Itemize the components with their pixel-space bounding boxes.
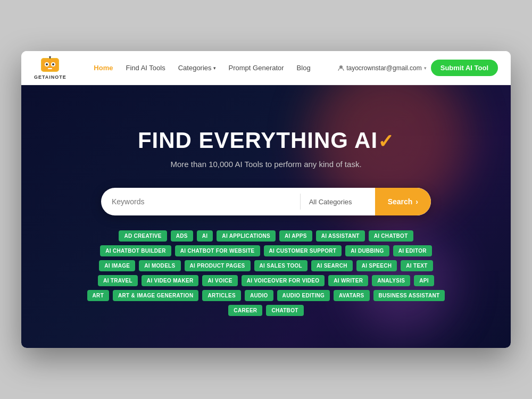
tag-item[interactable]: ADS: [171, 230, 193, 242]
tag-item[interactable]: AI PRODUCT PAGES: [185, 260, 251, 271]
tag-item[interactable]: CHATBOT: [266, 305, 303, 316]
nav-prompt-generator[interactable]: Prompt Generator: [229, 64, 284, 72]
user-chevron-icon: ▾: [424, 65, 427, 71]
tag-item[interactable]: AI TRAVEL: [98, 275, 138, 286]
search-button[interactable]: Search ›: [375, 188, 431, 215]
hero-subtitle: More than 10,000 AI Tools to perform any…: [32, 160, 500, 169]
tag-item[interactable]: API: [414, 275, 434, 286]
nav-categories[interactable]: Categories ▾: [178, 64, 216, 72]
tag-item[interactable]: AUDIO EDITING: [277, 290, 330, 301]
tag-item[interactable]: AI VOICE: [202, 275, 237, 286]
tag-item[interactable]: AI DUBBING: [345, 245, 389, 256]
user-email[interactable]: tayocrownstar@gmail.com ▾: [338, 64, 427, 72]
tag-item[interactable]: AD CREATIVE: [119, 230, 167, 242]
tag-item[interactable]: ART: [87, 290, 109, 301]
logo-text: GETAINOTE: [34, 74, 66, 80]
tag-item[interactable]: AI CHATBOT FOR WEBSITE: [175, 245, 260, 256]
hero-section: FIND EVERYTHING AI✓ More than 10,000 AI …: [21, 85, 511, 348]
tag-item[interactable]: AI IMAGE: [99, 260, 135, 271]
svg-point-5: [52, 63, 54, 65]
tag-item[interactable]: AVATARS: [334, 290, 369, 301]
tag-item[interactable]: AI VOICEOVER FOR VIDEO: [242, 275, 325, 286]
logo[interactable]: GETAINOTE: [34, 56, 66, 80]
svg-rect-6: [48, 68, 52, 69]
user-area: tayocrownstar@gmail.com ▾ Submit AI Tool: [338, 60, 498, 76]
submit-ai-tool-button[interactable]: Submit AI Tool: [431, 60, 498, 76]
browser-window: GETAINOTE Home Find AI Tools Categories …: [21, 51, 511, 348]
tag-item[interactable]: AI TEXT: [401, 260, 433, 271]
search-bar: All Categories AI Writing AI Image AI Vi…: [101, 188, 431, 215]
navbar: GETAINOTE Home Find AI Tools Categories …: [21, 51, 511, 85]
tag-item[interactable]: AUDIO: [245, 290, 273, 301]
tag-item[interactable]: AI SPEECH: [356, 260, 397, 271]
tag-item[interactable]: AI VIDEO MAKER: [142, 275, 199, 286]
tag-item[interactable]: AI APPLICATIONS: [217, 230, 276, 242]
tag-item[interactable]: ARTICLES: [202, 290, 240, 301]
nav-links: Home Find AI Tools Categories ▾ Prompt G…: [66, 64, 338, 72]
search-arrow-icon: ›: [415, 197, 418, 206]
tag-item[interactable]: AI WRITER: [328, 275, 368, 286]
nav-blog[interactable]: Blog: [297, 64, 311, 72]
tag-item[interactable]: AI EDITOR: [393, 245, 432, 256]
tag-item[interactable]: ART & IMAGE GENERATION: [113, 290, 198, 301]
tag-item[interactable]: AI SEARCH: [311, 260, 353, 271]
user-icon: [338, 65, 344, 71]
search-keywords-input[interactable]: [101, 197, 300, 206]
tags-container: AD CREATIVEADSAIAI APPLICATIONSAI APPSAI…: [85, 230, 447, 316]
categories-chevron-icon: ▾: [213, 65, 216, 71]
tag-item[interactable]: AI CHATBOT BUILDER: [100, 245, 171, 256]
svg-rect-0: [41, 59, 59, 71]
tag-item[interactable]: BUSINESS ASSISTANT: [373, 290, 445, 301]
hero-content: FIND EVERYTHING AI✓ More than 10,000 AI …: [32, 128, 500, 316]
tag-item[interactable]: ANALYSIS: [372, 275, 410, 286]
nav-home[interactable]: Home: [94, 64, 113, 72]
hero-title: FIND EVERYTHING AI✓: [32, 128, 500, 153]
tag-item[interactable]: AI ASSISTANT: [316, 230, 365, 242]
svg-point-8: [49, 56, 51, 57]
svg-point-4: [46, 63, 48, 65]
tag-item[interactable]: AI SALES TOOL: [254, 260, 307, 271]
tag-item[interactable]: AI: [197, 230, 213, 242]
nav-find-ai-tools[interactable]: Find AI Tools: [126, 64, 165, 72]
tag-item[interactable]: AI APPS: [279, 230, 312, 242]
tag-item[interactable]: CAREER: [228, 305, 262, 316]
tag-item[interactable]: AI CUSTOMER SUPPORT: [264, 245, 342, 256]
checkmark-icon: ✓: [378, 130, 394, 152]
tag-item[interactable]: AI MODELS: [139, 260, 180, 271]
tag-item[interactable]: AI CHATBOT: [369, 230, 413, 242]
logo-icon: [39, 56, 61, 73]
search-categories-select[interactable]: All Categories AI Writing AI Image AI Vi…: [301, 198, 375, 206]
